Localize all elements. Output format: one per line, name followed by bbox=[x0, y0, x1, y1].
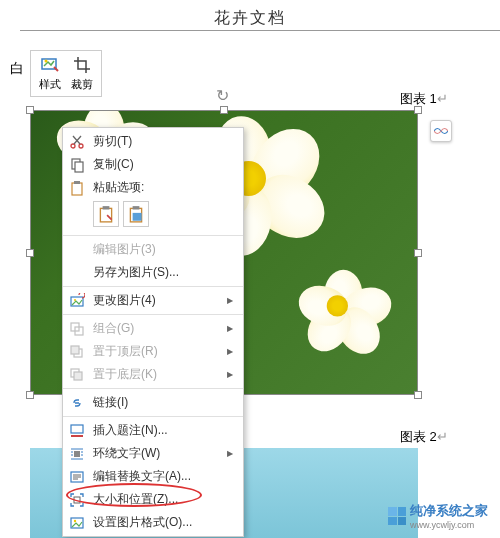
menu-bring-front-label: 置于顶层(R) bbox=[93, 343, 219, 360]
svg-rect-21 bbox=[71, 425, 83, 433]
svg-rect-6 bbox=[72, 183, 82, 195]
svg-point-27 bbox=[74, 519, 76, 521]
menu-size-position-label: 大小和位置(Z)... bbox=[93, 491, 233, 508]
svg-rect-9 bbox=[103, 206, 110, 209]
svg-rect-7 bbox=[74, 181, 80, 184]
layout-options-button[interactable] bbox=[430, 120, 452, 142]
svg-rect-18 bbox=[71, 346, 79, 354]
menu-cut-label: 剪切(T) bbox=[93, 133, 233, 150]
section-label: 白 bbox=[10, 60, 24, 78]
wrap-text-icon bbox=[69, 446, 85, 462]
menu-save-as-picture-label: 另存为图片(S)... bbox=[93, 264, 233, 281]
resize-handle-bl[interactable] bbox=[26, 391, 34, 399]
paste-keep-icon bbox=[97, 205, 115, 223]
svg-rect-25 bbox=[74, 497, 80, 503]
menu-edit-picture-label: 编辑图片(3) bbox=[93, 241, 233, 258]
style-icon bbox=[40, 55, 60, 75]
svg-rect-20 bbox=[74, 372, 82, 380]
paste-options-row bbox=[63, 199, 243, 233]
menu-copy-label: 复制(C) bbox=[93, 156, 233, 173]
svg-rect-11 bbox=[133, 206, 140, 209]
size-position-icon bbox=[69, 492, 85, 508]
watermark: 纯净系统之家 www.ycwljy.com bbox=[388, 502, 488, 530]
svg-rect-12 bbox=[133, 213, 142, 221]
menu-size-position[interactable]: 大小和位置(Z)... bbox=[63, 488, 243, 511]
menu-format-picture-label: 设置图片格式(O)... bbox=[93, 514, 233, 531]
resize-handle-mr[interactable] bbox=[414, 249, 422, 257]
send-back-icon bbox=[69, 367, 85, 383]
resize-handle-br[interactable] bbox=[414, 391, 422, 399]
menu-paste-options-label: 粘贴选项: bbox=[93, 179, 233, 196]
menu-edit-alt-text[interactable]: 编辑替换文字(A)... bbox=[63, 465, 243, 488]
svg-point-1 bbox=[45, 60, 48, 63]
picture-context-menu: 剪切(T) 复制(C) 粘贴选项: 编辑图片(3) 另存为图片(S)... 更改… bbox=[62, 127, 244, 537]
menu-group: 组合(G) bbox=[63, 317, 243, 340]
paste-option-keep-formatting[interactable] bbox=[93, 201, 119, 227]
menu-change-picture[interactable]: 更改图片(4) bbox=[63, 289, 243, 312]
crop-icon bbox=[72, 55, 92, 75]
caption-icon bbox=[69, 423, 85, 439]
ruler bbox=[20, 30, 500, 31]
bring-front-icon bbox=[69, 344, 85, 360]
paste-picture-icon bbox=[127, 205, 145, 223]
cut-icon bbox=[69, 134, 85, 150]
menu-link[interactable]: 链接(I) bbox=[63, 391, 243, 414]
style-label: 样式 bbox=[39, 77, 61, 92]
menu-cut[interactable]: 剪切(T) bbox=[63, 130, 243, 153]
image-caption-1: 图表 1↵ bbox=[400, 90, 448, 108]
picture-style-button[interactable]: 样式 bbox=[39, 55, 61, 92]
menu-insert-caption[interactable]: 插入题注(N)... bbox=[63, 419, 243, 442]
menu-wrap-text[interactable]: 环绕文字(W) bbox=[63, 442, 243, 465]
svg-rect-5 bbox=[75, 162, 83, 172]
menu-insert-caption-label: 插入题注(N)... bbox=[93, 422, 233, 439]
menu-format-picture[interactable]: 设置图片格式(O)... bbox=[63, 511, 243, 534]
crop-button[interactable]: 裁剪 bbox=[71, 55, 93, 92]
resize-handle-tr[interactable] bbox=[414, 106, 422, 114]
menu-save-as-picture[interactable]: 另存为图片(S)... bbox=[63, 261, 243, 284]
svg-rect-22 bbox=[71, 435, 83, 437]
format-picture-icon bbox=[69, 515, 85, 531]
menu-change-picture-label: 更改图片(4) bbox=[93, 292, 219, 309]
alt-text-icon bbox=[69, 469, 85, 485]
layout-options-icon bbox=[434, 126, 448, 136]
svg-point-2 bbox=[71, 144, 75, 148]
menu-copy[interactable]: 复制(C) bbox=[63, 153, 243, 176]
link-icon bbox=[69, 395, 85, 411]
resize-handle-ml[interactable] bbox=[26, 249, 34, 257]
resize-handle-tl[interactable] bbox=[26, 106, 34, 114]
menu-bring-to-front: 置于顶层(R) bbox=[63, 340, 243, 363]
resize-handle-tm[interactable] bbox=[220, 106, 228, 114]
menu-send-back-label: 置于底层(K) bbox=[93, 366, 219, 383]
menu-group-label: 组合(G) bbox=[93, 320, 219, 337]
paste-icon bbox=[69, 180, 85, 196]
menu-paste-options-header: 粘贴选项: bbox=[63, 176, 243, 199]
copy-icon bbox=[69, 157, 85, 173]
menu-alt-text-label: 编辑替换文字(A)... bbox=[93, 468, 233, 485]
menu-wrap-text-label: 环绕文字(W) bbox=[93, 445, 219, 462]
watermark-logo-icon bbox=[388, 507, 406, 525]
svg-point-3 bbox=[79, 144, 83, 148]
rotate-handle-icon[interactable]: ↻ bbox=[216, 86, 229, 105]
format-toolbar: 白 样式 裁剪 bbox=[30, 50, 102, 97]
paste-option-picture[interactable] bbox=[123, 201, 149, 227]
menu-link-label: 链接(I) bbox=[93, 394, 233, 411]
svg-rect-23 bbox=[74, 451, 80, 457]
document-title: 花卉文档 bbox=[0, 8, 500, 29]
menu-send-to-back: 置于底层(K) bbox=[63, 363, 243, 386]
image-caption-2: 图表 2↵ bbox=[400, 428, 448, 446]
svg-rect-8 bbox=[100, 208, 111, 222]
change-picture-icon bbox=[69, 293, 85, 309]
crop-label: 裁剪 bbox=[71, 77, 93, 92]
menu-edit-picture: 编辑图片(3) bbox=[63, 238, 243, 261]
group-icon bbox=[69, 321, 85, 337]
